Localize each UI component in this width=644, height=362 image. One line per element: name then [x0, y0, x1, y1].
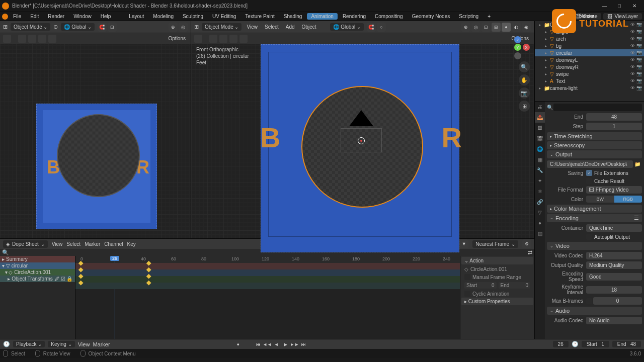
axis-z[interactable]: Z — [514, 36, 521, 43]
end-field[interactable]: 48 — [586, 113, 642, 121]
select-tool2-icon[interactable] — [219, 35, 227, 43]
channel-action[interactable]: ▾ ◇ CircleAction.001 — [0, 269, 75, 276]
ws-layout[interactable]: Layout — [125, 14, 148, 19]
editor-type-icon[interactable]: ⊞ — [194, 24, 199, 30]
pan-icon[interactable]: ✋ — [519, 74, 530, 85]
select-tool-icon[interactable] — [209, 35, 217, 43]
outliner-item-doorwayL[interactable]: ▸▽doorwayL👁 📷 — [535, 56, 644, 63]
pb-marker[interactable]: Marker — [93, 341, 110, 347]
ws-geonodes[interactable]: Geometry Nodes — [408, 14, 454, 19]
tab-constraint[interactable]: 🔗 — [535, 197, 545, 207]
autokey-icon[interactable]: ● — [234, 341, 242, 348]
play-reverse-icon[interactable]: ◄ — [272, 341, 280, 348]
jump-end-icon[interactable]: ⏭ — [299, 341, 307, 348]
tab-particle[interactable]: ✦ — [535, 175, 545, 186]
file-format-dropdown[interactable]: 🎞 FFmpeg Video — [586, 186, 642, 194]
ws-shading[interactable]: Shading — [280, 14, 306, 19]
menu-file[interactable]: File — [9, 14, 25, 19]
outliner-item-Text[interactable]: ▸AText👁 📷 — [535, 77, 644, 84]
vp-menu-object[interactable]: Object — [300, 24, 318, 30]
select-lasso-icon[interactable] — [38, 35, 46, 43]
vp-menu-view[interactable]: View — [245, 24, 260, 30]
snap-icon[interactable]: 🧲 — [98, 23, 107, 32]
play-icon[interactable]: ▶ — [281, 341, 289, 348]
section-output[interactable]: ⌄Output — [547, 150, 642, 158]
next-key-icon[interactable]: ►► — [290, 341, 298, 348]
start-frame-field[interactable]: Start 1 — [582, 341, 609, 347]
section-time-stretch[interactable]: ▸Time Stretching — [547, 132, 642, 140]
snap-icon[interactable]: 🧲 — [367, 23, 376, 32]
tab-object[interactable]: ▦ — [535, 154, 545, 165]
ws-scripting[interactable]: Scripting — [455, 14, 482, 19]
shading-render-icon[interactable]: ◉ — [522, 23, 531, 32]
ws-compositing[interactable]: Compositing — [371, 14, 407, 19]
select-tool3-icon[interactable] — [229, 35, 237, 43]
ws-modeling[interactable]: Modeling — [149, 14, 178, 19]
cache-check[interactable] — [586, 178, 592, 184]
menu-window[interactable]: Window — [69, 14, 96, 19]
cursor-tool-icon[interactable] — [3, 35, 11, 43]
tab-render[interactable]: 🖨 — [535, 102, 545, 112]
video-codec-dropdown[interactable]: H.264 — [586, 252, 642, 259]
ws-sculpting[interactable]: Sculpting — [179, 14, 207, 19]
snap-target-icon[interactable]: ⊡ — [108, 23, 117, 32]
section-encoding[interactable]: ⌄Encoding☰ — [547, 214, 642, 222]
bframes-field[interactable]: 0 — [593, 297, 642, 305]
tab-output[interactable]: 📤 — [535, 112, 545, 123]
search-icon[interactable]: 🔍 — [2, 249, 9, 256]
audio-codec-dropdown[interactable]: No Audio — [586, 317, 642, 324]
mode-dropdown[interactable]: Object Mode ⌄ — [202, 23, 242, 31]
custom-props-section[interactable]: ▸ Custom Properties — [461, 298, 533, 305]
outliner-item-doorwayR[interactable]: ▸▽doorwayR👁 📷 — [535, 63, 644, 70]
cursor-tool-icon[interactable] — [194, 35, 202, 43]
end-frame-field[interactable]: End 48 — [612, 341, 641, 347]
quality-dropdown[interactable]: Medium Quality — [586, 261, 642, 269]
outliner[interactable]: ▸📁Collection👁 📷▸▽angle👁 📷▸▽arch👁 📷▸▽bg👁 … — [535, 21, 644, 102]
orientation-dropdown[interactable]: 🌐 Global ⌄ — [61, 23, 94, 31]
manual-range[interactable]: Manual Frame Range — [461, 273, 533, 281]
menu-render[interactable]: Render — [44, 14, 68, 19]
proportional-icon[interactable]: ○ — [377, 23, 386, 32]
preset-icon[interactable]: ☰ — [634, 215, 639, 221]
ds-settings-icon[interactable]: ⚙ — [522, 239, 531, 248]
vp-menu-select[interactable]: Select — [263, 24, 281, 30]
section-audio[interactable]: ⌄Audio — [547, 307, 642, 315]
ds-menu-channel[interactable]: Channel — [104, 241, 123, 247]
container-dropdown[interactable]: QuickTime — [586, 224, 642, 232]
select-circle-icon[interactable] — [28, 35, 36, 43]
keying-dropdown[interactable]: Keying ⌄ — [48, 341, 74, 347]
props-search[interactable] — [553, 104, 642, 111]
tab-world[interactable]: 🌐 — [535, 144, 545, 154]
step-field[interactable]: 1 — [586, 123, 642, 130]
shading-material-icon[interactable]: ◐ — [512, 23, 521, 32]
shading-wire-icon[interactable]: ⊞ — [492, 23, 501, 32]
zoom-icon[interactable]: 🔍 — [519, 61, 530, 72]
shading-solid-icon[interactable]: ● — [502, 23, 511, 32]
playback-dropdown[interactable]: Playback ⌄ — [13, 341, 45, 347]
blender-icon[interactable] — [2, 14, 8, 20]
outliner-item-bg[interactable]: ▸▽bg👁 📷 — [535, 42, 644, 49]
xray-icon[interactable]: ⊡ — [481, 23, 491, 32]
ds-menu-key[interactable]: Key — [127, 241, 136, 247]
ds-menu-select[interactable]: Select — [66, 241, 80, 247]
tab-texture[interactable]: ▨ — [535, 228, 545, 239]
swap-icon[interactable]: ⇄ — [528, 249, 532, 256]
tab-physics[interactable]: ⚛ — [535, 186, 545, 197]
section-colormgmt[interactable]: ▸Color Management — [547, 205, 642, 213]
pb-view[interactable]: View — [78, 341, 90, 347]
timeline-icon[interactable]: 🕐 — [3, 341, 10, 347]
ws-animation[interactable]: Animation — [307, 13, 337, 20]
channel-summary[interactable]: ▸ Summary — [0, 256, 75, 262]
close-button[interactable]: ✕ — [627, 1, 642, 11]
outliner-item-camera-light[interactable]: ▸📁camera-light👁 📷 — [535, 84, 644, 92]
keyframe-interval-field[interactable]: 18 — [586, 286, 642, 294]
ws-add[interactable]: + — [484, 14, 495, 19]
tab-material[interactable]: ● — [535, 218, 545, 228]
cyclic-anim[interactable]: Cyclic Animation — [461, 290, 533, 298]
gizmo-icon[interactable]: ⊕ — [169, 23, 178, 32]
ws-uv[interactable]: UV Editing — [208, 14, 240, 19]
select-tweak-icon[interactable] — [48, 35, 56, 43]
select-tool4-icon[interactable] — [239, 35, 248, 43]
section-stereo[interactable]: ▸Stereoscopy — [547, 141, 642, 149]
axis-x[interactable]: X — [523, 44, 530, 51]
